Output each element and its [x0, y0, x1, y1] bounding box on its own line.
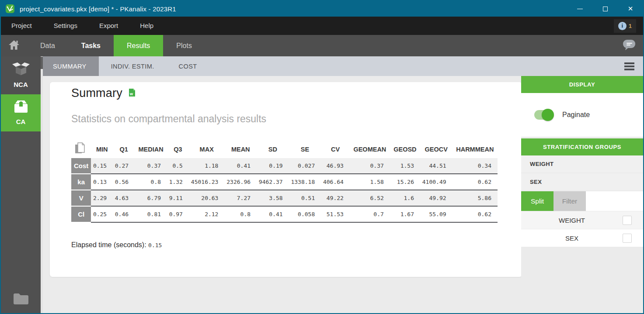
notifications-button[interactable]: i 1: [614, 19, 636, 33]
group-weight[interactable]: WEIGHT: [521, 155, 643, 173]
scrollbar-thumb[interactable]: [41, 57, 43, 69]
cell-cl-min: 0.25: [91, 207, 113, 223]
export-word-button[interactable]: w: [129, 88, 136, 99]
row-header-cost: Cost: [71, 158, 91, 174]
cell-v-geocv: 49.92: [420, 190, 453, 207]
paginate-label: Paginate: [562, 111, 590, 119]
cell-v-geosd: 1.6: [390, 190, 420, 207]
menu-help[interactable]: Help: [140, 22, 153, 29]
elapsed-time-value: 0.15: [148, 242, 162, 248]
tab-plots[interactable]: Plots: [163, 35, 205, 56]
table-header-row: MINQ1MEDIANQ3MAXMEANSDSECVGEOMEANGEOSDGE…: [71, 141, 498, 158]
summary-card: Summary w Statistics on compartmental an…: [50, 82, 522, 277]
weight-split-checkbox[interactable]: [623, 216, 632, 225]
feedback-button[interactable]: [615, 35, 643, 56]
cell-ka-se: 1338.18: [289, 174, 321, 190]
cell-cl-se: 0.058: [289, 207, 321, 223]
cell-v-cv: 49.22: [321, 190, 350, 207]
split-row-sex: SEX: [521, 229, 643, 247]
cell-v-q1: 4.63: [113, 190, 135, 207]
group-sex[interactable]: SEX: [521, 173, 643, 190]
menu-items: ProjectSettingsExportHelp: [11, 22, 175, 30]
page-title-row: Summary w: [71, 86, 522, 100]
split-filter-switch: Split Filter: [521, 191, 643, 211]
cell-cost-q1: 0.27: [113, 158, 135, 174]
speech-bubble-icon: [623, 39, 636, 52]
menubar: ProjectSettingsExportHelp i 1: [1, 17, 643, 35]
sidebar-item-ca[interactable]: CA: [1, 94, 41, 131]
sidebar-item-nca[interactable]: NCA: [1, 56, 41, 94]
cell-ka-geomean: 1.58: [350, 174, 390, 190]
menu-export[interactable]: Export: [99, 22, 118, 29]
filter-button[interactable]: Filter: [553, 191, 586, 211]
elapsed-time: Elapsed time (seconds): 0.15: [71, 241, 522, 249]
results-content: Summary w Statistics on compartmental an…: [43, 76, 521, 313]
statistics-table: MINQ1MEDIANQ3MAXMEANSDSECVGEOMEANGEOSDGE…: [71, 141, 498, 223]
results-menu-button[interactable]: [624, 61, 634, 72]
cell-cl-q3: 0.97: [167, 207, 189, 223]
tab-data[interactable]: Data: [27, 35, 68, 56]
cell-cost-se: 0.027: [289, 158, 321, 174]
minimize-button[interactable]: [567, 1, 592, 17]
split-label-weight: WEIGHT: [521, 217, 623, 224]
cell-cl-median: 0.81: [135, 207, 167, 223]
cell-ka-max: 45016.23: [189, 174, 225, 190]
column-header-mean: MEAN: [224, 141, 257, 158]
sidebar-item-label: CA: [16, 118, 26, 125]
results-subtabbar: SUMMARYINDIV. ESTIM.COST: [41, 56, 643, 76]
copy-table-button[interactable]: [71, 141, 91, 158]
cell-ka-geosd: 15.26: [390, 174, 420, 190]
maximize-button[interactable]: [592, 1, 618, 17]
cell-cost-min: 0.15: [91, 158, 113, 174]
column-header-cv: CV: [321, 141, 350, 158]
column-header-geomean: GEOMEAN: [350, 141, 390, 158]
column-header-q1: Q1: [113, 141, 135, 158]
display-section-header: DISPLAY: [521, 76, 643, 93]
folder-icon: [13, 292, 29, 307]
project-folder-button[interactable]: [1, 292, 41, 307]
cell-cl-q1: 0.46: [113, 207, 135, 223]
task-sidebar: NCA CA: [1, 56, 41, 313]
column-header-sd: SD: [257, 141, 289, 158]
paginate-toggle[interactable]: [534, 110, 553, 120]
close-button[interactable]: ✕: [618, 1, 643, 17]
subtab-summary[interactable]: SUMMARY: [41, 56, 99, 76]
cell-v-min: 2.29: [91, 190, 113, 207]
split-label-sex: SEX: [521, 235, 623, 242]
sex-split-checkbox[interactable]: [623, 234, 632, 243]
cell-cost-max: 1.18: [189, 158, 225, 174]
cell-cost-q3: 0.5: [167, 158, 189, 174]
cell-v-sd: 3.58: [257, 190, 289, 207]
column-header-min: MIN: [91, 141, 113, 158]
menu-settings[interactable]: Settings: [54, 22, 77, 29]
subtab-indiv-estim[interactable]: INDIV. ESTIM.: [99, 56, 167, 76]
cell-v-median: 6.79: [135, 190, 167, 207]
table-row-v: V2.294.636.799.1120.637.273.580.5149.226…: [71, 190, 498, 207]
app-window: project_covariates.pkx [demo] * - PKanal…: [0, 0, 644, 314]
ca-box-icon: [12, 100, 30, 115]
cell-v-se: 0.51: [289, 190, 321, 207]
column-header-harmmean: HARMMEAN: [453, 141, 498, 158]
table-row-ka: ka0.130.560.81.3245016.232326.969462.371…: [71, 174, 498, 190]
toggle-knob: [542, 109, 554, 121]
tab-tasks[interactable]: Tasks: [68, 35, 114, 56]
cell-v-harmmean: 5.86: [453, 190, 498, 207]
cell-cl-cv: 51.53: [321, 207, 350, 223]
page-title: Summary: [71, 86, 122, 100]
split-row-weight: WEIGHT: [521, 211, 643, 229]
cell-v-q3: 9.11: [167, 190, 189, 207]
subtab-cost[interactable]: COST: [167, 56, 209, 76]
table-row-cl: Cl0.250.460.810.972.120.80.410.05851.530…: [71, 207, 498, 223]
cell-cost-harmmean: 0.34: [453, 158, 498, 174]
tab-results[interactable]: Results: [114, 35, 163, 56]
split-button[interactable]: Split: [521, 191, 553, 211]
home-button[interactable]: [1, 35, 27, 56]
cell-ka-q1: 0.56: [113, 174, 135, 190]
row-header-v: V: [71, 190, 91, 207]
info-icon: i: [618, 22, 627, 30]
menu-project[interactable]: Project: [11, 22, 32, 29]
stratification-section-header: STRATIFICATION GROUPS: [521, 138, 643, 155]
row-header-cl: Cl: [71, 207, 91, 223]
cell-ka-geocv: 4100.49: [420, 174, 453, 190]
column-header-q3: Q3: [167, 141, 189, 158]
